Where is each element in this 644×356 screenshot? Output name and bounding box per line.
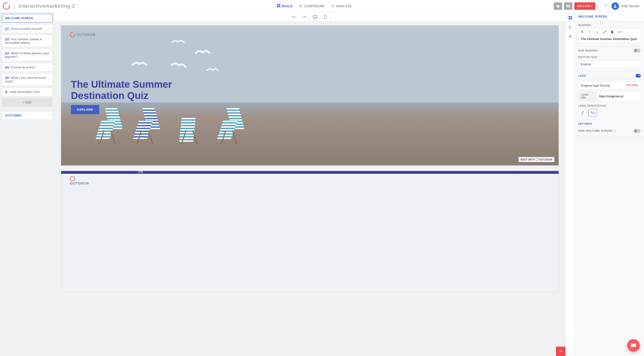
link-icon: [603, 30, 606, 33]
progress-percent: 17%: [138, 171, 143, 173]
preview-button[interactable]: [564, 2, 572, 10]
more-icon[interactable]: ⋮: [47, 76, 50, 80]
more-icon[interactable]: ⋮: [47, 27, 50, 31]
rail-edit-button[interactable]: [566, 32, 575, 41]
undo-icon: [292, 15, 296, 18]
templates-button[interactable]: [554, 2, 562, 10]
tab-analyze[interactable]: ANALYZE: [330, 2, 352, 9]
brand-logo-icon: [70, 176, 75, 181]
question-item[interactable]: Q3. Which of these pleases your appetite…: [2, 49, 52, 61]
progress-bar: 17%: [61, 171, 558, 174]
bird-decoration: [131, 60, 148, 68]
svg-rect-17: [570, 18, 572, 19]
link-button[interactable]: [601, 28, 608, 35]
italic-button[interactable]: I: [586, 28, 594, 35]
eye-icon: [566, 5, 570, 7]
canvas-scroll[interactable]: OUTGROW The Ultimate Summer Destination …: [54, 21, 565, 356]
button-text-input[interactable]: [578, 60, 641, 68]
rail-layout-button[interactable]: [566, 13, 575, 22]
redo-icon: [302, 15, 306, 18]
grid-icon: [568, 16, 572, 20]
logo-toggle[interactable]: [636, 74, 641, 78]
question-item[interactable]: Q5. What's your favorite travel song? ⋮: [2, 73, 52, 86]
add-screen-button[interactable]: + ADD: [2, 98, 52, 107]
orientation-vertical-button[interactable]: [578, 109, 587, 116]
svg-rect-11: [313, 15, 317, 18]
inspector-panel: WELCOME SCREEN HEADING B I U </> SUB HEA…: [575, 12, 644, 356]
question-number: Q2.: [5, 37, 10, 41]
undo-button[interactable]: [289, 12, 299, 21]
subheading-label: SUB HEADING: [578, 49, 641, 52]
color-button[interactable]: [608, 28, 616, 35]
svg-rect-6: [333, 4, 334, 7]
code-button[interactable]: </>: [616, 28, 624, 35]
mobile-view-button[interactable]: [320, 12, 331, 21]
slide-cta-button[interactable]: EXPLORE: [71, 105, 99, 114]
built-with-badge[interactable]: BUILT WITH OUTGROW: [518, 157, 554, 162]
question-text: Which of these pleases your appetite?: [5, 51, 49, 58]
question-item[interactable]: Q1. You'd consider yourself ⋮: [2, 24, 52, 33]
orientation-horizontal-button[interactable]: [588, 109, 597, 116]
avatar[interactable]: [612, 2, 619, 10]
welcome-screen-item[interactable]: WELCOME SCREEN: [2, 14, 52, 22]
lead-form-label: Lead Generation Form: [10, 90, 40, 94]
help-button[interactable]: ?: [602, 2, 610, 10]
built-with-brand: OUTGROW: [540, 158, 552, 161]
logo-url-input[interactable]: [596, 91, 641, 101]
question-text: Your summer holiday is incomplete withou…: [5, 37, 42, 44]
slide-title[interactable]: The Ultimate Summer Destination Quiz: [71, 79, 192, 101]
mobile-icon: [324, 15, 327, 19]
redo-button[interactable]: [299, 12, 310, 21]
username-label[interactable]: Deb Tennen: [622, 4, 639, 8]
svg-rect-16: [569, 18, 570, 19]
svg-point-9: [614, 5, 616, 6]
bold-button[interactable]: B: [578, 28, 586, 35]
subheading-section: SUB HEADING BUTTON TEXT: [575, 46, 644, 71]
desktop-icon: [313, 15, 318, 19]
heading-input[interactable]: [578, 35, 641, 43]
plus-icon: +: [23, 101, 25, 104]
logo-filename: Outgrow logo full.png: [578, 82, 624, 89]
info-icon[interactable]: i: [613, 130, 616, 133]
svg-point-13: [325, 18, 326, 18]
rail-share-button[interactable]: [566, 22, 575, 32]
lead-form-item[interactable]: Lead Generation Form: [2, 87, 52, 96]
more-icon[interactable]: ⋮: [47, 65, 50, 69]
underline-button[interactable]: U: [594, 28, 601, 35]
tab-build[interactable]: BUILD: [276, 2, 293, 9]
desktop-view-button[interactable]: [310, 12, 320, 21]
more-icon[interactable]: ⋮: [47, 37, 50, 41]
next-slide-button[interactable]: [556, 347, 565, 356]
panel-title: WELCOME SCREEN: [575, 12, 644, 21]
svg-point-10: [6, 90, 7, 92]
question-item[interactable]: Q2. Your summer holiday is incomplete wi…: [2, 35, 52, 47]
brand-text: OUTGROW: [70, 182, 89, 185]
upload-button[interactable]: UPLOAD: [624, 82, 641, 89]
svg-rect-2: [277, 6, 278, 7]
settings-label: SETTINGS: [578, 122, 641, 125]
pencil-icon: [568, 35, 572, 38]
rich-text-toolbar: B I U </>: [578, 28, 641, 35]
outcomes-section[interactable]: OUTCOMES: [2, 111, 52, 120]
question-text: Choose an aroma: [11, 65, 35, 69]
question-number: Q3.: [5, 51, 10, 55]
go-live-button[interactable]: GO LIVE ▾: [574, 2, 595, 10]
main-nav: BUILD CONFIGURE ANALYZE: [276, 2, 352, 9]
subheading-toggle[interactable]: [634, 49, 641, 52]
chair-decoration: [96, 110, 124, 143]
chat-button[interactable]: [627, 339, 640, 352]
grid-icon: [277, 4, 280, 8]
project-name[interactable]: interactivemarketing-2: [18, 3, 75, 9]
hide-welcome-toggle[interactable]: [634, 129, 641, 133]
button-text-label: BUTTON TEXT: [578, 56, 641, 58]
question-slide[interactable]: 17% OUTGROW: [61, 171, 559, 292]
more-icon[interactable]: ⋮: [47, 51, 50, 55]
logo-orientation-label: LOGO ORIENTATION: [578, 104, 641, 107]
add-label: ADD: [25, 101, 32, 104]
question-number: Q4.: [5, 65, 10, 69]
inspector-rail: [565, 12, 575, 356]
welcome-slide[interactable]: OUTGROW The Ultimate Summer Destination …: [61, 25, 559, 166]
tab-configure[interactable]: CONFIGURE: [298, 2, 325, 9]
canvas-toolbar: [54, 12, 565, 21]
question-item[interactable]: Q4. Choose an aroma ⋮: [2, 63, 52, 71]
